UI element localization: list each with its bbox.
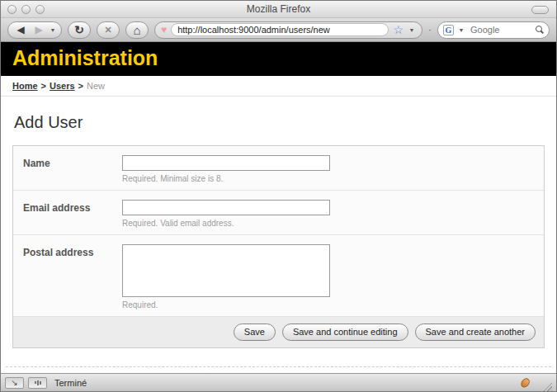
back-forward-group: ◀ ▶ ▼ — [7, 21, 62, 39]
google-engine-icon[interactable]: G — [443, 25, 454, 35]
email-label: Email address — [23, 200, 122, 228]
page-title: Add User — [14, 113, 545, 132]
breadcrumb-separator: > — [78, 81, 83, 91]
mini-chart-icon — [35, 381, 36, 384]
home-button[interactable]: ⌂ — [125, 21, 149, 39]
reload-button[interactable]: ↻ — [68, 21, 91, 39]
save-button[interactable]: Save — [234, 324, 276, 341]
name-help-text: Required. Minimal size is 8. — [122, 174, 330, 183]
postal-address-field[interactable] — [122, 244, 330, 297]
save-and-continue-editing-button[interactable]: Save and continue editing — [282, 324, 408, 341]
navigation-toolbar: ◀ ▶ ▼ ↻ ✕ ⌂ ♥ ☆ ▼ · G ▼ — [1, 18, 556, 42]
back-icon: ◀ — [17, 24, 24, 35]
pen-arrow-icon: ↘ — [11, 379, 17, 387]
postal-address-field-wrap: Required. — [122, 244, 330, 309]
reload-icon: ↻ — [74, 23, 84, 36]
browser-window: Mozilla Firefox ◀ ▶ ▼ ↻ ✕ ⌂ ♥ ☆ ▼ · G ▼ — [0, 0, 557, 392]
toolbar-separator-dot: · — [428, 24, 432, 35]
email-field[interactable] — [122, 200, 330, 215]
search-input[interactable] — [469, 24, 531, 35]
location-dropdown-button[interactable]: ▼ — [408, 27, 416, 33]
app-header: Administration — [1, 42, 556, 76]
form-row-email: Email address Required. Valid email addr… — [13, 191, 544, 235]
page-stats-indicator[interactable] — [28, 377, 47, 389]
form-actions: Save Save and continue editing Save and … — [13, 317, 544, 347]
url-input[interactable] — [171, 23, 389, 36]
back-button[interactable]: ◀ — [12, 22, 29, 38]
name-field-wrap: Required. Minimal size is 8. — [122, 155, 330, 183]
postal-address-help-text: Required. — [122, 300, 330, 309]
forward-icon: ▶ — [35, 24, 42, 35]
page-content: Administration Home > Users > New Add Us… — [1, 42, 556, 373]
postal-address-label: Postal address — [23, 244, 122, 309]
stop-icon: ✕ — [104, 25, 111, 35]
bookmark-star-icon[interactable]: ☆ — [393, 24, 404, 35]
window-title: Mozilla Firefox — [1, 3, 556, 15]
location-bar: ♥ ☆ ▼ — [154, 21, 422, 39]
form-row-postal-address: Postal address Required. — [13, 235, 544, 317]
name-field[interactable] — [122, 155, 330, 171]
status-text: Terminé — [54, 378, 87, 388]
add-user-form: Name Required. Minimal size is 8. Email … — [12, 145, 545, 348]
history-dropdown-button[interactable]: ▼ — [49, 27, 57, 33]
status-bar: ↘ Terminé — [1, 373, 556, 391]
breadcrumb: Home > Users > New — [1, 76, 556, 97]
home-icon: ⌂ — [133, 24, 140, 36]
name-label: Name — [23, 155, 122, 183]
stop-button[interactable]: ✕ — [97, 21, 120, 39]
breadcrumb-users-link[interactable]: Users — [50, 81, 75, 91]
toolbar-toggle-button[interactable] — [531, 6, 549, 14]
breadcrumb-current-page: New — [87, 81, 105, 91]
search-engine-dropdown-button[interactable]: ▼ — [457, 27, 465, 33]
email-help-text: Required. Valid email address. — [122, 219, 330, 228]
form-row-name: Name Required. Minimal size is 8. — [13, 146, 544, 191]
window-resize-grip[interactable] — [541, 380, 552, 391]
crud-module-footer: Generated by the Play! CRUD module. Lear… — [6, 366, 551, 373]
save-and-create-another-button[interactable]: Save and create another — [415, 324, 536, 341]
search-icon[interactable] — [535, 25, 544, 35]
edit-mode-indicator[interactable]: ↘ — [5, 377, 24, 389]
site-favicon-heart-icon: ♥ — [161, 25, 167, 35]
email-field-wrap: Required. Valid email address. — [122, 200, 330, 228]
breadcrumb-home-link[interactable]: Home — [12, 81, 38, 91]
search-bar: G ▼ — [437, 21, 550, 39]
forward-button[interactable]: ▶ — [31, 22, 47, 38]
title-bar: Mozilla Firefox — [1, 1, 556, 18]
breadcrumb-separator: > — [41, 81, 46, 91]
main-area: Add User Name Required. Minimal size is … — [1, 97, 556, 373]
app-title: Administration — [12, 46, 158, 69]
firebug-icon[interactable] — [519, 376, 531, 389]
